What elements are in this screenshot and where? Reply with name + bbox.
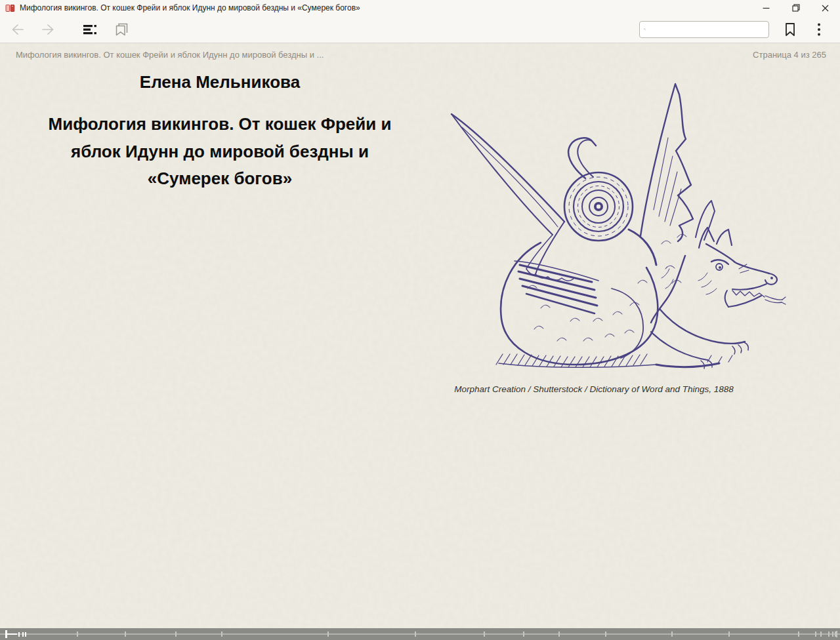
titlebar: Мифология викингов. От кошек Фрейи и ябл…: [0, 0, 840, 16]
author-heading: Елена Мельникова: [16, 72, 424, 92]
minimize-icon: [763, 5, 770, 12]
ebook-reader-window: Мифология викингов. От кошек Фрейи и ябл…: [0, 0, 840, 640]
reading-page: Мифология викингов. От кошек Фрейи и ябл…: [0, 43, 840, 628]
illustration-column: Morphart Creation / Shutterstock / Dicti…: [433, 72, 790, 394]
contents-list-icon: [83, 23, 97, 36]
page-indicator: Страница 4 из 265: [753, 50, 826, 60]
chapter-tick: [175, 631, 177, 637]
book-title-heading: Мифология викингов. От кошек Фрейи и ябл…: [16, 111, 424, 193]
bookmarks-panel-button[interactable]: [110, 18, 133, 41]
chapter-tick: [221, 631, 222, 637]
chapter-tick: [125, 631, 126, 637]
add-bookmark-button[interactable]: [778, 18, 802, 41]
back-button[interactable]: [5, 18, 29, 41]
book-title-line: яблок Идунн до мировой бездны и: [16, 138, 424, 166]
reading-progress-slider[interactable]: [0, 628, 840, 640]
text-column: Елена Мельникова Мифология викингов. От …: [16, 72, 424, 193]
window-title: Мифология викингов. От кошек Фрейи и ябл…: [20, 3, 360, 12]
search-input[interactable]: [649, 23, 765, 36]
forward-button[interactable]: [37, 18, 60, 41]
chapter-tick: [671, 631, 673, 637]
arrow-right-icon: [41, 22, 56, 37]
chapter-tick-read: [18, 632, 20, 637]
chapter-tick: [832, 631, 833, 637]
page-content: Елена Мельникова Мифология викингов. От …: [0, 43, 840, 628]
arrow-left-icon: [9, 22, 25, 37]
chapter-tick: [815, 631, 816, 637]
chapter-tick: [798, 631, 799, 637]
kebab-menu-icon: [817, 22, 821, 37]
breadcrumb: Мифология викингов. От кошек Фрейи и ябл…: [16, 50, 324, 60]
table-of-contents-button[interactable]: [78, 18, 102, 41]
current-position-marker: [5, 630, 7, 638]
chapter-tick: [820, 631, 822, 637]
book-title-line: «Сумерек богов»: [16, 165, 424, 193]
app-book-icon: [5, 3, 15, 13]
chapter-tick: [523, 631, 524, 637]
restore-button[interactable]: [781, 0, 810, 16]
search-icon: [644, 24, 646, 34]
progress-track: [0, 633, 840, 635]
dragon-illustration: [436, 72, 788, 374]
window-controls: [751, 0, 840, 16]
chapter-tick: [327, 631, 329, 637]
search-box: [639, 21, 769, 38]
minimize-button[interactable]: [751, 0, 781, 16]
chapter-tick: [484, 631, 485, 637]
chapter-tick: [605, 631, 606, 637]
chapter-tick: [415, 631, 416, 637]
page-header: Мифология викингов. От кошек Фрейи и ябл…: [16, 50, 826, 60]
chapter-tick: [828, 631, 830, 637]
toolbar: [0, 16, 840, 43]
bookmarks-stack-icon: [114, 22, 129, 37]
illustration-caption: Morphart Creation / Shutterstock / Dicti…: [440, 384, 748, 394]
close-icon: [822, 5, 829, 12]
chapter-tick-read: [25, 632, 26, 637]
bookmark-icon: [784, 22, 796, 37]
chapter-tick: [558, 631, 560, 637]
chapter-tick: [77, 631, 78, 637]
close-button[interactable]: [810, 0, 840, 16]
overflow-menu-button[interactable]: [807, 18, 831, 41]
chapter-tick-read: [22, 632, 24, 637]
end-tick: [836, 631, 837, 637]
chapter-tick: [728, 631, 730, 637]
book-title-line: Мифология викингов. От кошек Фрейи и: [16, 111, 424, 138]
restore-icon: [792, 4, 800, 12]
